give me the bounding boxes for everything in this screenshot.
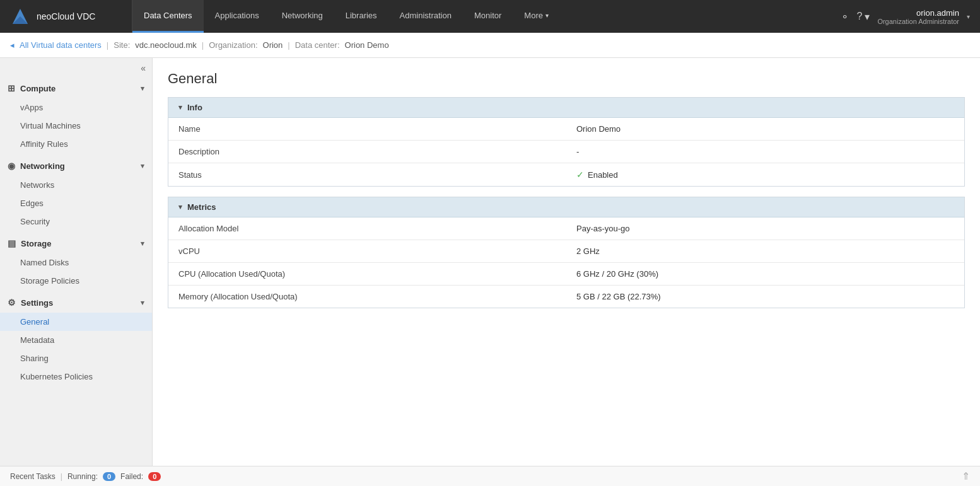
metrics-memory-value: 5 GB / 22 GB (22.73%) [566,286,964,308]
nav-right: ⚬ ? ▾ orion.admin Organization Administr… [831,8,980,25]
breadcrumb-separator: | [107,40,108,50]
content-area: General ▾ Info Name Orion Demo Descripti… [153,58,980,466]
sidebar: « ⊞ Compute ▾ vApps Virtual Machines Aff… [0,58,153,466]
nav-item-datacenters[interactable]: Data Centers [132,0,204,33]
back-icon: ◂ [10,40,15,50]
sidebar-item-named-disks[interactable]: Named Disks [0,253,152,272]
bottom-bar-separator: | [61,472,62,481]
status-badge: Enabled [588,170,618,180]
metrics-section: ▾ Metrics Allocation Model Pay-as-you-go… [168,197,965,308]
sidebar-section-header-settings[interactable]: ⚙ Settings ▾ [0,292,152,313]
table-row: Memory (Allocation Used/Quota) 5 GB / 22… [168,286,964,308]
nav-item-libraries[interactable]: Libraries [334,0,388,33]
brand-name: neoCloud VDC [37,11,95,21]
help-button[interactable]: ? ▾ [856,11,870,23]
table-row: Allocation Model Pay-as-you-go [168,217,964,240]
failed-count-badge: 0 [148,472,161,481]
nav-item-networking[interactable]: Networking [271,0,334,33]
sidebar-section-header-compute[interactable]: ⊞ Compute ▾ [0,78,152,98]
sidebar-section-header-storage[interactable]: ▤ Storage ▾ [0,233,152,253]
sidebar-item-sharing[interactable]: Sharing [0,349,152,367]
sidebar-item-metadata[interactable]: Metadata [0,331,152,349]
sidebar-section-label-networking: Networking [20,161,136,171]
metrics-cpu-label: CPU (Allocation Used/Quota) [168,263,566,286]
metrics-vcpu-value: 2 GHz [566,240,964,263]
metrics-allocation-value: Pay-as-you-go [566,217,964,240]
storage-icon: ▤ [8,238,16,248]
metrics-section-header[interactable]: ▾ Metrics [168,197,964,217]
breadcrumb-site-label: Site: [114,40,130,50]
nav-item-applications[interactable]: Applications [204,0,271,33]
metrics-cpu-value: 6 GHz / 20 GHz (30%) [566,263,964,286]
sidebar-item-storage-policies[interactable]: Storage Policies [0,272,152,290]
breadcrumb-separator3: | [288,40,289,50]
metrics-allocation-label: Allocation Model [168,217,566,240]
nav-item-more[interactable]: More ▾ [513,0,560,33]
sidebar-section-compute: ⊞ Compute ▾ vApps Virtual Machines Affin… [0,78,152,153]
recent-tasks-label: Recent Tasks [10,472,55,481]
sidebar-section-networking: ◉ Networking ▾ Networks Edges Security [0,156,152,231]
sidebar-collapse-button[interactable]: « [0,58,152,78]
info-section-header[interactable]: ▾ Info [168,98,964,118]
info-status-value: ✓ Enabled [566,163,964,187]
chevron-down-icon: ▾ [141,162,144,170]
breadcrumb-back-link[interactable]: All Virtual data centers [20,40,102,50]
sidebar-section-label-storage: Storage [21,239,136,248]
sidebar-section-settings: ⚙ Settings ▾ General Metadata Sharing Ku… [0,292,152,386]
sidebar-item-general[interactable]: General [0,313,152,331]
metrics-section-label: Metrics [187,202,216,212]
sidebar-item-virtual-machines[interactable]: Virtual Machines [0,117,152,135]
sidebar-item-networks[interactable]: Networks [0,176,152,194]
breadcrumb-separator2: | [202,40,204,50]
user-role: Organization Administrator [877,18,959,25]
check-circle-icon: ✓ [576,170,584,180]
info-status-label: Status [168,163,566,187]
scroll-to-top-button[interactable]: ⇑ [962,470,970,482]
sidebar-item-affinity-rules[interactable]: Affinity Rules [0,135,152,153]
compute-icon: ⊞ [8,83,15,93]
sidebar-item-security[interactable]: Security [0,212,152,231]
metrics-memory-label: Memory (Allocation Used/Quota) [168,286,566,308]
info-name-value: Orion Demo [566,118,964,141]
bottom-bar: Recent Tasks | Running: 0 Failed: 0 ⇑ [0,466,980,486]
chevron-down-icon: ▾ [178,103,182,112]
table-row: CPU (Allocation Used/Quota) 6 GHz / 20 G… [168,263,964,286]
breadcrumb-site-value: vdc.neocloud.mk [135,40,197,50]
search-icon: ⚬ [841,11,849,23]
breadcrumb-dc-label: Data center: [295,40,340,50]
brand-logo-icon [10,6,30,26]
brand[interactable]: neoCloud VDC [0,0,132,33]
main-layout: « ⊞ Compute ▾ vApps Virtual Machines Aff… [0,58,980,466]
user-menu[interactable]: orion.admin Organization Administrator [877,8,959,25]
sidebar-section-label-settings: Settings [21,298,136,308]
sidebar-item-kubernetes-policies[interactable]: Kubernetes Policies [0,367,152,386]
chevron-down-icon: ▾ [178,203,182,211]
help-icon: ? [856,11,862,22]
user-chevron-icon: ▾ [967,13,970,20]
info-description-label: Description [168,141,566,163]
settings-icon: ⚙ [8,298,16,308]
running-label: Running: [67,472,98,481]
top-nav: neoCloud VDC Data Centers Applications N… [0,0,980,33]
chevron-down-icon: ▾ [141,299,144,307]
nav-item-monitor[interactable]: Monitor [463,0,513,33]
sidebar-section-storage: ▤ Storage ▾ Named Disks Storage Policies [0,233,152,290]
chevron-down-icon: ▾ [865,11,870,23]
table-row: Status ✓ Enabled [168,163,964,187]
nav-item-administration[interactable]: Administration [388,0,463,33]
sidebar-item-vapps[interactable]: vApps [0,98,152,117]
breadcrumb-org-label: Organization: [209,40,257,50]
chevron-down-icon: ▾ [141,240,144,248]
info-name-label: Name [168,118,566,141]
page-title: General [168,71,965,87]
breadcrumb: ◂ All Virtual data centers | Site: vdc.n… [0,33,980,58]
search-button[interactable]: ⚬ [841,11,849,23]
metrics-vcpu-label: vCPU [168,240,566,263]
table-row: Description - [168,141,964,163]
table-row: Name Orion Demo [168,118,964,141]
running-count-badge: 0 [103,472,115,481]
sidebar-section-header-networking[interactable]: ◉ Networking ▾ [0,156,152,176]
info-section: ▾ Info Name Orion Demo Description - Sta… [168,97,965,187]
breadcrumb-dc-value: Orion Demo [345,40,389,50]
sidebar-item-edges[interactable]: Edges [0,194,152,212]
